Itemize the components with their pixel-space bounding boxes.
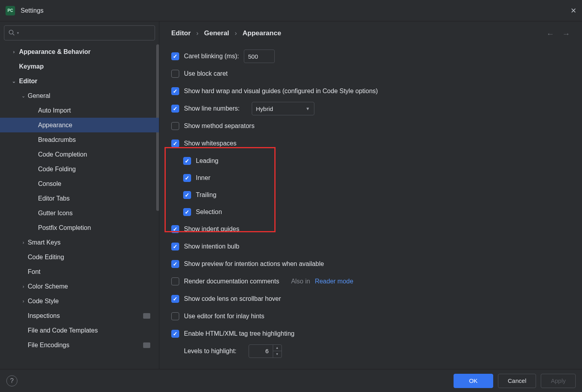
- sidebar-item-console[interactable]: Console: [0, 176, 159, 191]
- sidebar-item-label: Breadcrumbs: [38, 136, 76, 143]
- option-label: Show method separators: [184, 122, 255, 130]
- checkbox-html-xml[interactable]: [171, 330, 179, 338]
- cancel-button[interactable]: Cancel: [498, 374, 536, 388]
- checkbox-code-lens[interactable]: [171, 295, 179, 303]
- chevron-right-icon[interactable]: ›: [19, 284, 28, 289]
- checkbox-editor-font-inlay[interactable]: [171, 312, 179, 320]
- sidebar-item-label: Code Completion: [38, 151, 87, 158]
- levels-stepper[interactable]: 6 ▲ ▼: [249, 344, 282, 358]
- checkbox-intention-bulb[interactable]: [171, 243, 179, 250]
- checkbox-whitespace-leading[interactable]: [183, 157, 191, 165]
- breadcrumb: Editor › General › Appearance: [171, 21, 570, 45]
- option-whitespace-selection: Selection: [171, 203, 570, 220]
- sidebar-item-label: Console: [38, 180, 61, 187]
- svg-point-0: [9, 30, 13, 34]
- option-label: Use block caret: [184, 70, 228, 77]
- sidebar-item-editor-tabs[interactable]: Editor Tabs: [0, 191, 159, 206]
- close-icon[interactable]: ✕: [571, 6, 576, 15]
- sidebar-item-color-scheme[interactable]: ›Color Scheme: [0, 279, 159, 294]
- project-badge-icon: [143, 342, 150, 348]
- checkbox-show-whitespaces[interactable]: [171, 140, 179, 147]
- also-in-hint: Also in: [291, 278, 310, 285]
- option-label: Render documentation comments: [184, 278, 279, 285]
- checkbox-intention-preview[interactable]: [171, 260, 179, 268]
- sidebar-item-appearance-behavior[interactable]: ›Appearance & Behavior: [0, 44, 159, 59]
- sidebar-item-file-encodings[interactable]: File Encodings: [0, 338, 159, 352]
- option-label: Use editor font for inlay hints: [184, 313, 264, 320]
- nav-back-icon[interactable]: ←: [546, 29, 554, 38]
- sidebar-item-appearance[interactable]: Appearance: [0, 118, 159, 132]
- sidebar-item-label: General: [28, 92, 50, 99]
- option-use-block-caret: Use block caret: [171, 65, 570, 82]
- sidebar-item-file-and-code-templates[interactable]: File and Code Templates: [0, 323, 159, 338]
- checkbox-whitespace-trailing[interactable]: [183, 191, 191, 199]
- search-input[interactable]: ▾: [4, 25, 155, 40]
- sidebar-item-label: Keymap: [19, 63, 44, 70]
- sidebar-item-label: Smart Keys: [28, 239, 61, 246]
- chevron-down-icon[interactable]: ⌄: [10, 78, 18, 84]
- option-line-numbers: Show line numbers: Hybrid ▼: [171, 100, 570, 117]
- checkbox-whitespace-inner[interactable]: [183, 174, 191, 182]
- option-label: Levels to highlight:: [184, 348, 237, 355]
- breadcrumb-item[interactable]: General: [204, 29, 229, 37]
- checkbox-hard-wrap[interactable]: [171, 87, 179, 95]
- option-label: Show whitespaces: [184, 140, 237, 147]
- checkbox-method-separators[interactable]: [171, 122, 179, 130]
- sidebar-item-code-style[interactable]: ›Code Style: [0, 294, 159, 308]
- option-method-separators: Show method separators: [171, 117, 570, 135]
- nav-forward-icon[interactable]: →: [562, 29, 570, 38]
- sidebar-item-postfix-completion[interactable]: Postfix Completion: [0, 220, 159, 235]
- chevron-right-icon: ›: [196, 29, 199, 37]
- checkbox-indent-guides[interactable]: [171, 225, 179, 233]
- line-numbers-select[interactable]: Hybrid ▼: [252, 102, 314, 115]
- nav-arrows: ← →: [546, 29, 570, 38]
- sidebar-item-code-editing[interactable]: Code Editing: [0, 250, 159, 264]
- caret-blinking-input[interactable]: [244, 50, 275, 63]
- breadcrumb-item[interactable]: Editor: [171, 29, 191, 37]
- option-label: Inner: [196, 174, 210, 182]
- chevron-right-icon[interactable]: ›: [19, 298, 28, 304]
- sidebar-item-keymap[interactable]: Keymap: [0, 59, 159, 74]
- sidebar-item-auto-import[interactable]: Auto Import: [0, 103, 159, 118]
- help-button[interactable]: ?: [6, 375, 17, 386]
- breadcrumb-item[interactable]: Appearance: [243, 29, 281, 37]
- apply-button[interactable]: Apply: [541, 374, 576, 388]
- stepper-value: 6: [249, 348, 273, 354]
- chevron-right-icon: ›: [235, 29, 237, 37]
- sidebar-item-breadcrumbs[interactable]: Breadcrumbs: [0, 132, 159, 147]
- option-label: Selection: [196, 208, 222, 216]
- sidebar-item-inspections[interactable]: Inspections: [0, 308, 159, 323]
- option-label: Show hard wrap and visual guides (config…: [184, 88, 378, 95]
- option-show-whitespaces: Show whitespaces: [171, 135, 570, 152]
- stepper-up-icon[interactable]: ▲: [273, 345, 281, 352]
- sidebar-item-general[interactable]: ⌄General: [0, 88, 159, 103]
- chevron-right-icon[interactable]: ›: [10, 49, 18, 55]
- option-label: Show line numbers:: [184, 105, 240, 112]
- chevron-right-icon[interactable]: ›: [19, 240, 28, 245]
- option-html-xml: Enable HTML/XML tag tree highlighting: [171, 325, 570, 342]
- checkbox-whitespace-selection[interactable]: [183, 208, 191, 216]
- stepper-down-icon[interactable]: ▼: [273, 351, 281, 358]
- sidebar-item-code-completion[interactable]: Code Completion: [0, 147, 159, 162]
- reader-mode-link[interactable]: Reader mode: [315, 278, 353, 285]
- checkbox-render-doc[interactable]: [171, 277, 179, 285]
- sidebar-item-font[interactable]: Font: [0, 264, 159, 279]
- option-label: Trailing: [196, 191, 216, 199]
- sidebar-item-editor[interactable]: ⌄Editor: [0, 74, 159, 88]
- chevron-down-icon: ▼: [306, 106, 310, 111]
- window-title: Settings: [21, 7, 44, 14]
- option-whitespace-leading: Leading: [171, 152, 570, 169]
- sidebar-item-label: Editor Tabs: [38, 195, 70, 202]
- checkbox-caret-blinking[interactable]: [171, 52, 179, 60]
- sidebar-item-gutter-icons[interactable]: Gutter Icons: [0, 206, 159, 220]
- sidebar-item-label: Code Style: [28, 298, 59, 305]
- checkbox-line-numbers[interactable]: [171, 105, 179, 113]
- option-levels: Levels to highlight: 6 ▲ ▼: [171, 342, 570, 359]
- checkbox-use-block-caret[interactable]: [171, 70, 179, 78]
- search-dropdown-icon[interactable]: ▾: [17, 31, 19, 35]
- settings-tree[interactable]: ›Appearance & BehaviorKeymap⌄Editor⌄Gene…: [0, 44, 159, 369]
- sidebar-item-code-folding[interactable]: Code Folding: [0, 162, 159, 176]
- ok-button[interactable]: OK: [454, 374, 493, 388]
- chevron-down-icon[interactable]: ⌄: [19, 93, 28, 99]
- sidebar-item-smart-keys[interactable]: ›Smart Keys: [0, 235, 159, 250]
